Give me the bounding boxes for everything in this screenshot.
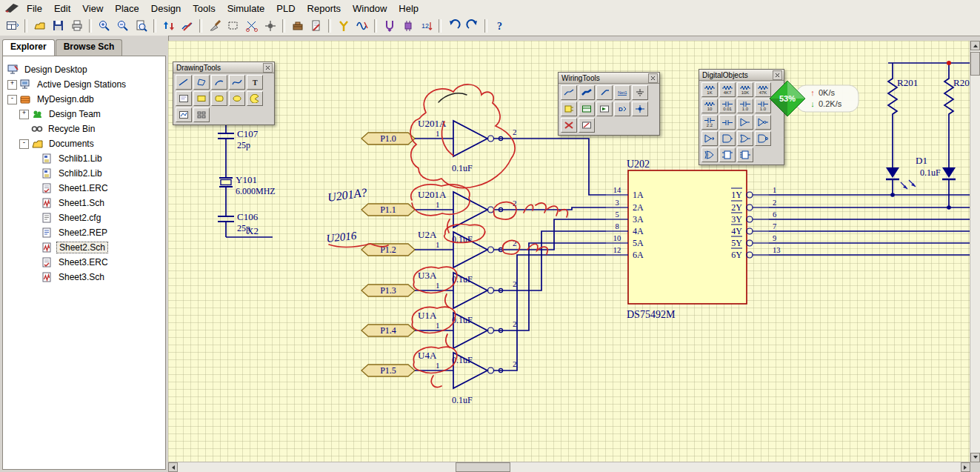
wiring-tools-titlebar[interactable]: WiringTools [559, 73, 659, 84]
resistor-1k-button[interactable]: 1K [701, 82, 718, 97]
clear-selection-button[interactable] [242, 17, 261, 36]
tab-browse-sch[interactable]: Browse Sch [56, 39, 123, 56]
wire-tool-button[interactable] [561, 85, 577, 100]
buffer-arrow-button[interactable] [701, 131, 718, 146]
tree-item-documents[interactable]: - Documents [3, 136, 165, 151]
net-label-tool-button[interactable]: Net1 [614, 85, 630, 100]
menu-pld[interactable]: PLD [270, 1, 301, 16]
polygon-tool-button[interactable] [193, 75, 210, 90]
menu-simulate[interactable]: Simulate [221, 1, 271, 16]
probe-button[interactable] [334, 17, 353, 36]
scroll-left-button[interactable] [168, 462, 178, 472]
tab-explorer[interactable]: Explorer [2, 39, 55, 56]
horizontal-scrollbar[interactable] [168, 462, 970, 472]
tree-expander[interactable]: - [7, 95, 17, 104]
bus-tool-button[interactable] [579, 85, 595, 100]
network-speed-overlay[interactable]: ↑ 0K/s ↓ 0.2K/s 53% [759, 80, 884, 123]
tree-item-schlib1[interactable]: Schlib1.Lib [3, 151, 165, 166]
inverter-u3a[interactable]: U3A 1 2 0.1uF [418, 231, 606, 325]
menu-place[interactable]: Place [109, 1, 145, 16]
vertical-scroll-thumb[interactable] [970, 52, 980, 76]
tree-item-sheet2-rep[interactable]: Sheet2.REP [3, 225, 165, 240]
inverter-u201a-2[interactable]: U201A 1 2 0.1uF [418, 189, 606, 245]
xor-gate-button[interactable] [701, 147, 718, 162]
simulation-setup-button[interactable] [288, 17, 307, 36]
close-button[interactable] [648, 73, 658, 83]
annotate-document-button[interactable] [307, 17, 325, 36]
tree-item-design-team[interactable]: + Design Team [3, 107, 165, 122]
scroll-down-button[interactable] [970, 453, 980, 462]
graph-tool-button[interactable] [176, 107, 192, 122]
tree-expander[interactable]: - [19, 139, 29, 149]
bus-entry-tool-button[interactable] [596, 85, 613, 100]
sheet-entry-tool-button[interactable] [596, 102, 613, 116]
print-button[interactable] [67, 17, 86, 36]
menu-window[interactable]: Window [347, 1, 393, 16]
scroll-right-button[interactable] [961, 462, 970, 472]
resistor-100k-button[interactable]: 10 [701, 99, 718, 113]
no-erc-tool-button[interactable] [561, 118, 577, 133]
or-gate-button[interactable] [737, 131, 753, 146]
part-tool-button[interactable] [561, 102, 577, 116]
menu-help[interactable]: Help [393, 1, 424, 16]
rectangle-tool-button[interactable] [193, 91, 210, 106]
undo-button[interactable] [444, 17, 463, 36]
menu-edit[interactable]: Edit [48, 1, 76, 16]
sheet-symbol-tool-button[interactable] [579, 102, 595, 116]
zoom-document-button[interactable] [132, 17, 150, 36]
tree-item-sheet1-erc[interactable]: Sheet1.ERC [3, 181, 165, 196]
move-crosshair-button[interactable] [261, 17, 279, 36]
tree-item-design-desktop[interactable]: Design Desktop [3, 62, 165, 77]
menu-design[interactable]: Design [145, 1, 187, 16]
resistor-10k-button[interactable]: 10K [737, 82, 753, 97]
ellipse-tool-button[interactable] [229, 91, 245, 106]
pld-chip-button[interactable] [399, 17, 417, 36]
close-button[interactable] [263, 63, 273, 73]
zoom-in-button[interactable] [95, 17, 113, 36]
selection-rect-button[interactable] [224, 17, 242, 36]
drawing-tools-titlebar[interactable]: DrawingTools [173, 62, 274, 73]
redo-button[interactable] [463, 17, 481, 36]
ic-u202[interactable]: U202 DS75492M 1A 2A 3A 4A 5A 6A 14 3 5 8… [606, 159, 781, 320]
save-button[interactable] [49, 17, 67, 36]
bezier-tool-button[interactable] [229, 75, 245, 90]
close-button[interactable] [773, 70, 782, 80]
vertical-scrollbar[interactable] [970, 41, 980, 462]
nand-gate-button[interactable] [755, 131, 771, 146]
open-document-button[interactable] [30, 17, 49, 36]
buffer-gate-button[interactable] [737, 115, 753, 130]
capacitor-001-button[interactable]: 0.01 [719, 99, 736, 113]
text-frame-tool-button[interactable] [176, 91, 192, 106]
menu-tools[interactable]: Tools [187, 1, 221, 16]
paste-array-tool-button[interactable] [193, 107, 210, 122]
help-button[interactable]: ? [490, 17, 509, 36]
window-arrange-button[interactable] [3, 17, 21, 36]
pie-tool-button[interactable] [247, 91, 263, 106]
pcb-directive-tool-button[interactable] [579, 118, 595, 133]
capacitor-22-button[interactable]: 2.2 [701, 115, 718, 130]
schematic-canvas[interactable]: X1 X2 C107 25p Y101 6.000MHZ C106 25p P1… [168, 41, 970, 462]
tree-expander[interactable]: + [7, 80, 17, 90]
digital-objects-titlebar[interactable]: DigitalObjects [699, 70, 784, 81]
junction-tool-button[interactable] [632, 102, 648, 116]
crystal-circuit[interactable]: X1 X2 C107 25p Y101 6.000MHZ C106 25p [218, 110, 276, 237]
text-tool-button[interactable]: T [247, 75, 263, 90]
round-rectangle-tool-button[interactable] [211, 91, 227, 106]
tree-item-sheet3-erc[interactable]: Sheet3.ERC [3, 255, 165, 270]
run-simulation-button[interactable] [353, 17, 371, 36]
flipflop-button[interactable] [719, 147, 736, 162]
tree-item-sheet3-sch[interactable]: Sheet3.Sch [3, 270, 165, 285]
tree-item-mydesign-ddb[interactable]: - MyDesign.ddb [3, 92, 165, 107]
menu-reports[interactable]: Reports [301, 1, 347, 16]
output-wires[interactable] [769, 195, 970, 255]
tree-expander[interactable]: + [19, 110, 29, 119]
capacitor-extra-button[interactable] [719, 115, 736, 130]
power-port-tool-button[interactable] [632, 85, 648, 100]
menu-file[interactable]: File [21, 1, 48, 16]
arc-tool-button[interactable] [211, 75, 227, 90]
led-resistor-circuit[interactable]: R201 R20 D1 0.1uF [886, 61, 970, 210]
tree-item-schlib2[interactable]: Schlib2.Lib [3, 166, 165, 181]
scroll-up-button[interactable] [970, 41, 980, 50]
tree-item-sheet1-sch[interactable]: Sheet1.Sch [3, 196, 165, 210]
capacitor-10-button[interactable]: 1.0 [737, 99, 753, 113]
